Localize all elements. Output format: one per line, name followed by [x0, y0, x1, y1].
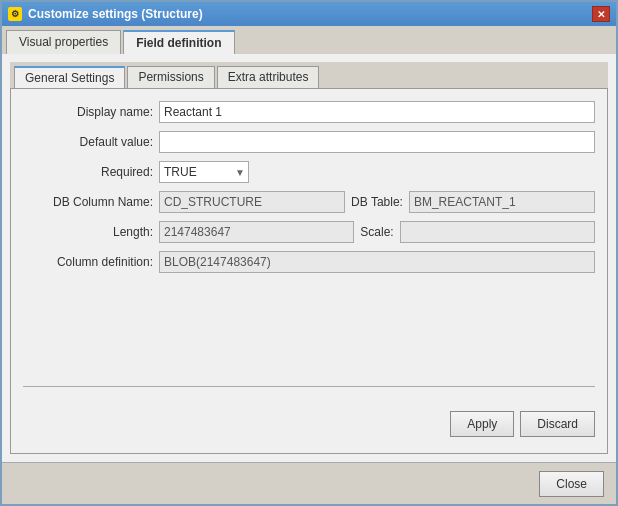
required-select[interactable]: TRUE FALSE: [159, 161, 249, 183]
db-column-name-label: DB Column Name:: [23, 195, 153, 209]
tab-permissions[interactable]: Permissions: [127, 66, 214, 88]
tab-general-settings[interactable]: General Settings: [14, 66, 125, 88]
outer-tab-bar: Visual properties Field definition: [2, 26, 616, 54]
tab-visual-properties[interactable]: Visual properties: [6, 30, 121, 54]
divider: [23, 386, 595, 387]
apply-button[interactable]: Apply: [450, 411, 514, 437]
scale-label: Scale:: [360, 225, 393, 239]
discard-button[interactable]: Discard: [520, 411, 595, 437]
close-button[interactable]: ✕: [592, 6, 610, 22]
window-title: Customize settings (Structure): [28, 7, 592, 21]
length-input: [159, 221, 354, 243]
length-row: Length: Scale:: [23, 221, 595, 243]
inner-tab-bar: General Settings Permissions Extra attri…: [10, 62, 608, 88]
db-table-input: [409, 191, 595, 213]
tab-extra-attributes[interactable]: Extra attributes: [217, 66, 320, 88]
required-select-wrapper: TRUE FALSE ▼: [159, 161, 249, 183]
display-name-input[interactable]: [159, 101, 595, 123]
default-value-input[interactable]: [159, 131, 595, 153]
default-value-row: Default value:: [23, 131, 595, 153]
default-value-label: Default value:: [23, 135, 153, 149]
column-definition-row: Column definition:: [23, 251, 595, 273]
display-name-label: Display name:: [23, 105, 153, 119]
title-bar: ⚙ Customize settings (Structure) ✕: [2, 2, 616, 26]
scale-input: [400, 221, 595, 243]
column-definition-label: Column definition:: [23, 255, 153, 269]
close-bottom-button[interactable]: Close: [539, 471, 604, 497]
window-icon: ⚙: [8, 7, 22, 21]
db-column-row: DB Column Name: DB Table:: [23, 191, 595, 213]
length-label: Length:: [23, 225, 153, 239]
required-label: Required:: [23, 165, 153, 179]
content-area: General Settings Permissions Extra attri…: [2, 54, 616, 462]
main-window: ⚙ Customize settings (Structure) ✕ Visua…: [0, 0, 618, 506]
column-definition-input: [159, 251, 595, 273]
tab-field-definition[interactable]: Field definition: [123, 30, 234, 54]
action-button-row: Apply Discard: [23, 403, 595, 441]
db-table-label: DB Table:: [351, 195, 403, 209]
form-panel: Display name: Default value: Required: T…: [10, 88, 608, 454]
db-column-name-input: [159, 191, 345, 213]
required-row: Required: TRUE FALSE ▼: [23, 161, 595, 183]
display-name-row: Display name:: [23, 101, 595, 123]
bottom-bar: Close: [2, 462, 616, 504]
